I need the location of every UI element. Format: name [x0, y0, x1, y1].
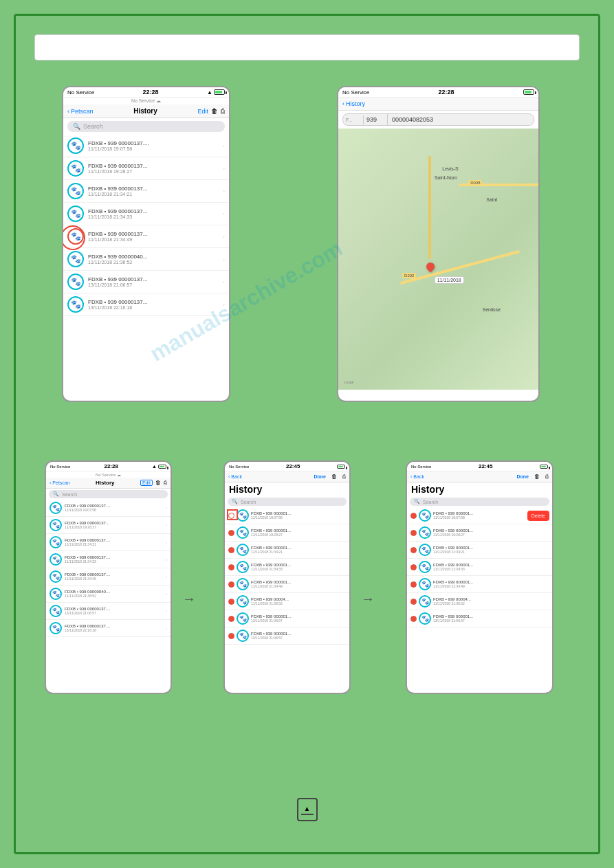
list-item[interactable]: 🐾 FDXB • 939 000001... 11/11/2018 21:34:… — [407, 559, 552, 576]
item-text: FDXB • 939 000001... 11/11/2018 21:34:21 — [251, 546, 346, 554]
item-text: FDXB • 939 000001... 11/11/2018 19:07:58 — [251, 511, 346, 520]
list-item[interactable]: 🐾 FDXB • 939 000001... 13/11/2018 21:06:… — [225, 627, 349, 645]
list-item[interactable]: 🐾 FDXB • 939 00000137... 13/11/2018 21:0… — [63, 271, 229, 293]
phone5-search-bar[interactable]: 🔍 Search — [410, 498, 549, 506]
phone4-done-button[interactable]: Done — [314, 474, 327, 479]
list-item[interactable]: 🐾 FDXB • 939 000001... 11/11/2018 21:34:… — [225, 542, 349, 559]
phone2-id-type: F... — [343, 115, 364, 124]
list-item[interactable]: 🐾 FDXB • 939 00000040... 11/11/2018 21:3… — [63, 248, 229, 271]
phone3-edit-button[interactable]: Edit — [140, 480, 153, 486]
item-date: 13/11/2018 21:06:57 — [251, 636, 346, 640]
red-dot-filled — [410, 530, 417, 536]
list-item[interactable]: 🐾 FDXB • 939 00000137.... 11/11/2018 21:… — [46, 568, 171, 586]
phone3-search-bar[interactable]: 🔍 Search — [49, 490, 168, 498]
red-dot-filled — [228, 633, 234, 639]
item-text: FDXB • 939 000001... 13/11/2018 21:06:57 — [433, 614, 549, 623]
phone3-trash-icon[interactable]: 🗑 — [155, 480, 161, 486]
phone2-back-button[interactable]: ‹ History — [342, 100, 365, 107]
arrow1: → — [182, 591, 196, 607]
item-title: FDXB • 939 00000137... — [88, 299, 219, 305]
list-item[interactable]: 🐾 FDXB • 939 00000137... 11/11/2018 21:3… — [63, 225, 229, 248]
item-date: 11/11/2018 21:34:21 — [65, 542, 163, 546]
item-date: 11/11/2018 19:28:27 — [433, 533, 549, 537]
red-dot-filled — [410, 616, 417, 622]
item-date: 11/11/2018 21:36:52 — [433, 601, 549, 605]
map-label-saint: Saint — [486, 197, 497, 202]
list-item[interactable]: 🐾 FDXB • 939 000001... 13/11/2018 21:06:… — [225, 610, 349, 627]
paw-icon: 🐾 — [419, 561, 431, 573]
phone2-nav-bar: ‹ History — [338, 98, 538, 111]
chevron-icon: › — [166, 506, 167, 511]
item-text: FDXB • 939 00000137... 11/11/2018 21:34:… — [88, 208, 219, 219]
list-item[interactable]: 🐾 FDXB • 939 00000137... 13/11/2018 22:1… — [63, 293, 229, 316]
phone3-back-button[interactable]: ‹ Petscan — [50, 480, 70, 485]
paw-icon: 🐾 — [419, 544, 431, 556]
list-item[interactable]: 🐾 FDXB • 939 00004... 11/11/2018 21:36:5… — [407, 593, 552, 610]
red-dot-filled — [410, 513, 417, 519]
list-item[interactable]: 🐾 FDXB • 939 000001... 11/11/2018 21:34:… — [407, 542, 552, 559]
list-item[interactable]: 🐾 FDXB • 939 000001... 11/11/2018 19:28:… — [407, 524, 552, 542]
phone5-time: 22:45 — [479, 463, 492, 469]
phone1-trash-icon[interactable]: 🗑 — [211, 107, 218, 115]
chevron-icon: › — [223, 211, 225, 217]
list-item[interactable]: 🐾 FDXB • 939 00000137.... 11/11/2018 19:… — [63, 135, 229, 157]
phone3-list: 🐾 FDXB • 939 00000137.... 11/11/2018 19:… — [46, 500, 171, 637]
chevron-icon: › — [166, 592, 167, 597]
item-date: 11/11/2018 19:07:58 — [88, 146, 219, 151]
phone1-share-icon[interactable]: ⎙ — [221, 107, 225, 115]
list-item[interactable]: 🐾 FDXB • 939 00000040.... 11/11/2018 21:… — [46, 586, 171, 603]
paw-icon: 🐾 — [50, 502, 62, 514]
share-icon-bottom-area: ▲ — [297, 798, 318, 821]
paw-icon: 🐾 — [67, 205, 84, 222]
item-text: FDXB • 939 000001... 11/11/2018 21:34:49 — [433, 580, 549, 588]
item-text: FDXB • 939 00000137.... 11/11/2018 21:34… — [65, 555, 163, 564]
item-date: 11/11/2018 21:34:49 — [88, 237, 219, 242]
list-item[interactable]: 🐾 FDXB • 939 00000137.... 13/11/2018 22:… — [46, 620, 171, 637]
phone5-back-button[interactable]: ‹ Back — [410, 474, 424, 479]
delete-button[interactable]: Delete — [527, 511, 549, 521]
phone1-edit-button[interactable]: Edit — [197, 108, 208, 115]
list-item[interactable]: 🐾 FDXB • 939 00000137... 11/11/2018 21:3… — [63, 180, 229, 203]
phone4-trash-icon[interactable]: 🗑 — [331, 474, 337, 480]
list-item[interactable]: 🐾 FDXB • 939 000001... 11/11/2018 21:34:… — [225, 576, 349, 593]
list-item[interactable]: 🐾 FDXB • 939 00000137.... 11/11/2018 21:… — [46, 551, 171, 568]
item-text: FDXB • 939 00000137... 11/11/2018 19:28:… — [88, 163, 219, 174]
phone5-share-icon[interactable]: ⎙ — [545, 474, 549, 480]
phone2-map: Levis-S Saint-Nom Saint Senlisse D038 D2… — [338, 129, 538, 390]
list-item-inner[interactable]: 🐾 FDXB • 939 000001... 11/11/2018 19:07:… — [407, 507, 527, 524]
list-item[interactable]: 🐾 FDXB • 939 00000137... 11/11/2018 21:3… — [63, 203, 229, 225]
item-text: FDXB • 939 000001... 13/11/2018 21:06:57 — [251, 614, 346, 623]
phone1-sub-status: No Service ☁ — [63, 98, 229, 104]
list-item[interactable]: 🐾 FDXB • 939 000001... 11/11/2018 19:28:… — [225, 524, 349, 542]
list-item-delete[interactable]: 🐾 FDXB • 939 000001... 11/11/2018 19:07:… — [407, 507, 552, 524]
list-item[interactable]: 🐾 FDXB • 939 00000137.... 11/11/2018 19:… — [46, 500, 171, 517]
item-title: FDXB • 939 00000040... — [88, 254, 219, 260]
list-item[interactable]: 🐾 FDXB • 939 000001... 11/11/2018 21:34:… — [407, 576, 552, 593]
phone1-back-chevron: ‹ — [67, 108, 69, 115]
list-item[interactable]: 🐾 FDXB • 939 00004... 11/11/2018 21:36:5… — [225, 593, 349, 610]
list-item[interactable]: 🐾 FDXB • 939 00000137... 11/11/2018 19:2… — [46, 517, 171, 534]
phone4-search-bar[interactable]: 🔍 Search — [228, 498, 347, 506]
item-text: FDXB • 939 00000137.... 13/11/2018 22:16… — [65, 624, 163, 632]
list-item[interactable]: 🐾 FDXB • 939 000001... 11/11/2018 21:34:… — [225, 559, 349, 576]
list-item[interactable]: 🐾 FDXB • 939 000001... 13/11/2018 21:06:… — [407, 610, 552, 627]
phone5-trash-icon[interactable]: 🗑 — [534, 474, 540, 480]
phone1-search-bar[interactable]: 🔍 Search — [67, 121, 225, 132]
item-text: FDXB • 939 00000137.... 13/11/2018 21:06… — [65, 607, 163, 615]
phone3-share-icon[interactable]: ⎙ — [164, 480, 167, 486]
item-date: 11/11/2018 21:36:52 — [251, 601, 346, 605]
phone4-share-icon[interactable]: ⎙ — [342, 474, 346, 480]
phone4-back-button[interactable]: ‹ Back — [228, 474, 242, 479]
phone5-done-button[interactable]: Done — [517, 474, 529, 479]
phone4-battery-icon — [337, 465, 345, 469]
phone1-back-button[interactable]: ‹ Petscan — [67, 108, 94, 115]
list-item[interactable]: 🐾 FDXB • 939 00000137... 11/11/2018 19:2… — [63, 157, 229, 180]
share-icon-bottom[interactable]: ▲ — [297, 798, 318, 821]
share-line — [301, 814, 314, 815]
item-date: 13/11/2018 22:16:18 — [88, 305, 219, 310]
item-text: FDXB • 939 000001... 11/11/2018 21:34:33 — [433, 563, 549, 571]
list-item[interactable]: 🐾 FDXB • 939 00000137.... 13/11/2018 21:… — [46, 603, 171, 620]
list-item[interactable]: 🐾 FDXB • 939 000001... 11/11/2018 19:07:… — [225, 507, 349, 524]
phone5-back-label: Back — [413, 474, 424, 479]
list-item[interactable]: 🐾 FDXB • 939 00000137.... 11/11/2018 21:… — [46, 534, 171, 551]
